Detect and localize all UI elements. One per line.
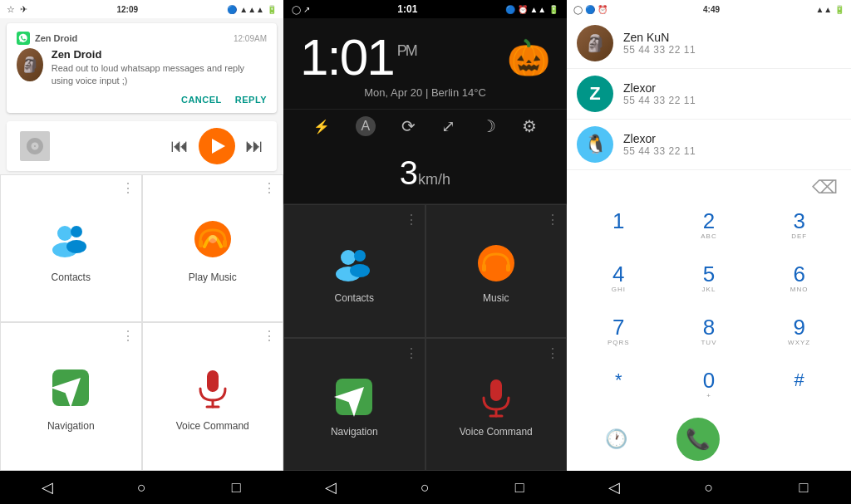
- mid-nav-label: Navigation: [331, 426, 378, 438]
- app-cell-navigation[interactable]: ⋮ Navigation: [0, 322, 142, 471]
- dial-key-8[interactable]: 8 TUV: [664, 305, 755, 358]
- dots-menu-contacts[interactable]: ⋮: [121, 182, 135, 195]
- notif-cancel-button[interactable]: CANCEL: [181, 95, 222, 105]
- dial-key-star[interactable]: *: [573, 358, 664, 411]
- app-cell-play-music[interactable]: ⋮ Play Music: [142, 174, 284, 323]
- dial-key-1[interactable]: 1: [573, 198, 664, 252]
- weather-icon: 🎃: [507, 37, 550, 78]
- contact-avatar-0: 🗿: [577, 25, 613, 61]
- voice-command-label: Voice Command: [176, 420, 249, 432]
- dialpad-bottom: 🕐 📞: [567, 411, 851, 471]
- qs-fullscreen-icon[interactable]: ⤢: [441, 116, 455, 136]
- dial-key-3[interactable]: 3 DEF: [754, 198, 844, 252]
- contact-name-1: Zlexor: [623, 81, 841, 95]
- contact-number-1: 55 44 33 22 11: [623, 95, 841, 106]
- dial-key-5[interactable]: 5 JKL: [664, 252, 755, 305]
- home-button-mid[interactable]: ○: [412, 479, 437, 497]
- notif-reply-button[interactable]: REPLY: [235, 95, 267, 105]
- mid-app-cell-music[interactable]: ⋮ Music: [426, 204, 568, 338]
- status-time-left: 12:09: [116, 5, 138, 14]
- recents-button-left[interactable]: □: [224, 479, 248, 497]
- play-triangle-icon: [212, 139, 225, 154]
- recents-clock-button[interactable]: 🕐: [605, 428, 627, 450]
- media-play-button[interactable]: [199, 128, 235, 164]
- app-cell-contacts[interactable]: ⋮ Contacts: [0, 174, 142, 323]
- status-left-icons-mid: ◯ ↗: [292, 5, 310, 14]
- contact-info-0: Zen KuN 55 44 33 22 11: [623, 31, 841, 56]
- mid-dots-voice[interactable]: ⋮: [546, 345, 559, 361]
- mid-music-label: Music: [483, 292, 509, 304]
- contact-item-1[interactable]: Z Zlexor 55 44 33 22 11: [567, 69, 851, 120]
- mid-app-cell-nav[interactable]: ⋮ Navigation: [283, 338, 426, 472]
- status-left-icons: ☆ ✈: [7, 4, 27, 15]
- mid-nav-icon: [332, 374, 376, 419]
- svg-rect-7: [223, 240, 227, 247]
- app-cell-voice-command[interactable]: ⋮ Voice Command: [142, 322, 284, 471]
- backspace-button[interactable]: ⌫: [812, 177, 838, 198]
- navigation-label: Navigation: [47, 420, 95, 432]
- qs-rotate-icon[interactable]: ⟳: [401, 116, 416, 136]
- recents-button-right[interactable]: □: [791, 479, 816, 497]
- svg-rect-6: [199, 240, 203, 247]
- contacts-label: Contacts: [52, 272, 91, 283]
- dots-menu-music[interactable]: ⋮: [263, 182, 276, 195]
- dial-key-7[interactable]: 7 PQRS: [573, 305, 664, 358]
- contact-info-2: Zlexor 55 44 33 22 11: [623, 132, 841, 157]
- dial-key-9[interactable]: 9 WXYZ: [754, 305, 844, 358]
- dots-menu-voice[interactable]: ⋮: [263, 330, 276, 343]
- dial-key-4[interactable]: 4 GHI: [573, 252, 664, 305]
- svg-rect-18: [482, 264, 486, 272]
- clock-date: Mon, Apr 20 | Berlin 14°C: [300, 86, 550, 99]
- mid-app-cell-contacts[interactable]: ⋮ Contacts: [283, 204, 426, 338]
- notif-body: Read out to loud whatsapp messages and r…: [52, 62, 267, 88]
- recents-button-mid[interactable]: □: [507, 479, 532, 497]
- qs-bluetooth-icon[interactable]: ⚡: [313, 119, 330, 135]
- nav-bar-mid: ◁ ○ □: [283, 471, 567, 504]
- media-prev-button[interactable]: ⏮: [170, 135, 189, 157]
- svg-point-3: [66, 240, 86, 253]
- album-art: [20, 131, 50, 161]
- media-next-button[interactable]: ⏭: [245, 135, 263, 157]
- speed-unit: km/h: [418, 171, 450, 188]
- media-controls: ⏮ ⏭: [170, 128, 263, 164]
- home-button-left[interactable]: ○: [129, 479, 154, 497]
- qs-brightness-icon[interactable]: A: [356, 116, 376, 136]
- navigation-icon: [48, 365, 93, 413]
- contact-name-0: Zen KuN: [623, 31, 841, 44]
- contacts-icon: [48, 217, 93, 265]
- media-bar: ⏮ ⏭: [7, 121, 277, 171]
- mid-app-cell-voice[interactable]: ⋮ Voice Command: [426, 338, 568, 472]
- back-button-mid[interactable]: ◁: [318, 478, 343, 497]
- qs-settings-icon[interactable]: ⚙: [522, 116, 537, 136]
- contact-avatar-2: 🐧: [577, 126, 613, 163]
- svg-point-15: [354, 250, 366, 262]
- nav-bar-right: ◁ ○ □: [567, 471, 851, 504]
- mid-dots-music[interactable]: ⋮: [546, 212, 559, 228]
- status-bar-mid: ◯ ↗ 1:01 🔵 ⏰ ▲▲ 🔋: [283, 0, 567, 18]
- dial-key-6[interactable]: 6 MNO: [754, 252, 844, 305]
- dots-menu-nav[interactable]: ⋮: [121, 330, 135, 343]
- back-button-left[interactable]: ◁: [35, 478, 60, 497]
- back-button-right[interactable]: ◁: [602, 478, 627, 497]
- home-button-right[interactable]: ○: [696, 479, 721, 497]
- call-button[interactable]: 📞: [676, 418, 720, 461]
- qs-night-icon[interactable]: ☽: [481, 116, 496, 136]
- status-time-right: 4:49: [703, 5, 720, 14]
- notif-app-name: Zen Droid: [35, 33, 234, 43]
- status-bar-right: ◯ 🔵 ⏰ 4:49 ▲▲ 🔋: [567, 0, 851, 18]
- clock-widget: 1:01 PM 🎃 Mon, Apr 20 | Berlin 14°C: [283, 18, 567, 109]
- contact-item-0[interactable]: 🗿 Zen KuN 55 44 33 22 11: [567, 18, 851, 69]
- mid-dots-contacts[interactable]: ⋮: [405, 212, 418, 228]
- mid-contacts-label: Contacts: [335, 292, 374, 304]
- dial-key-2[interactable]: 2 ABC: [664, 198, 755, 252]
- svg-point-2: [71, 226, 82, 237]
- mid-contacts-icon: [332, 241, 376, 286]
- dial-key-hash[interactable]: #: [754, 358, 844, 411]
- notif-actions: CANCEL REPLY: [17, 95, 267, 105]
- dial-key-0[interactable]: 0 +: [664, 358, 755, 411]
- speed-value: 3: [400, 154, 418, 191]
- contact-item-2[interactable]: 🐧 Zlexor 55 44 33 22 11: [567, 120, 851, 170]
- svg-point-0: [57, 226, 72, 241]
- mid-dots-nav[interactable]: ⋮: [405, 345, 418, 361]
- quick-settings: ⚡ A ⟳ ⤢ ☽ ⚙: [283, 109, 567, 143]
